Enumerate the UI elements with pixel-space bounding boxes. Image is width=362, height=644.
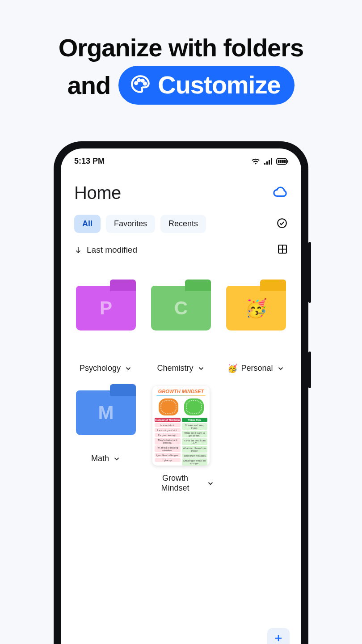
svg-rect-4 bbox=[264, 163, 265, 165]
item-label: Math bbox=[91, 454, 109, 464]
chevron-down-icon[interactable] bbox=[124, 364, 132, 373]
svg-rect-6 bbox=[269, 160, 270, 165]
status-bar: 5:13 PM bbox=[61, 148, 301, 169]
palette-icon bbox=[129, 73, 152, 96]
arrow-down-icon bbox=[74, 246, 82, 254]
svg-rect-10 bbox=[280, 160, 282, 163]
battery-icon bbox=[276, 158, 289, 165]
svg-rect-12 bbox=[284, 160, 286, 163]
svg-point-3 bbox=[144, 83, 146, 85]
cloud-sync-button[interactable] bbox=[273, 185, 288, 202]
filter-chips: All Favorites Recents bbox=[74, 215, 206, 233]
svg-point-1 bbox=[138, 79, 140, 81]
note-row: I give up. bbox=[155, 458, 181, 462]
item-label: Psychology bbox=[80, 364, 121, 373]
sort-button[interactable]: Last modified bbox=[74, 245, 137, 255]
folder-personal[interactable]: 🥳 🥳 Personal bbox=[223, 281, 290, 373]
svg-point-0 bbox=[135, 82, 137, 85]
svg-rect-5 bbox=[266, 161, 268, 165]
svg-point-2 bbox=[142, 80, 144, 82]
select-mode-button[interactable] bbox=[276, 217, 288, 231]
plus-icon bbox=[273, 633, 284, 644]
filter-all[interactable]: All bbox=[74, 215, 101, 233]
item-label-emoji: 🥳 bbox=[227, 364, 237, 373]
svg-rect-9 bbox=[278, 160, 280, 163]
svg-rect-13 bbox=[287, 160, 288, 163]
note-row: I am not good at it. bbox=[155, 428, 181, 432]
folder-thumb: P bbox=[76, 286, 136, 330]
svg-rect-7 bbox=[271, 158, 272, 165]
folder-psychology[interactable]: P Psychology bbox=[72, 281, 139, 373]
note-row: They're better at it than I'm. bbox=[155, 438, 181, 445]
folder-letter: P bbox=[76, 286, 136, 330]
item-label: Personal bbox=[241, 364, 273, 373]
sort-label: Last modified bbox=[87, 245, 137, 255]
note-growth-mindset[interactable]: GROWTH MINDSET Instead of Thinking I can… bbox=[147, 386, 215, 493]
phone-side-button bbox=[308, 352, 311, 388]
signal-icon bbox=[264, 158, 273, 165]
chevron-down-icon[interactable] bbox=[277, 364, 285, 373]
page-title: Home bbox=[74, 183, 121, 203]
cloud-icon bbox=[273, 185, 288, 200]
note-row: I'll learn and keep trying. bbox=[182, 423, 208, 430]
folder-thumb: M bbox=[76, 390, 136, 435]
note-col-header: Think This bbox=[182, 418, 208, 422]
folder-letter: M bbox=[76, 390, 136, 435]
customize-pill: Customize bbox=[118, 66, 295, 105]
items-grid: P Psychology C Chemistry 🥳 bbox=[61, 256, 301, 493]
note-row: What can I learn to get better? bbox=[182, 431, 208, 437]
chevron-down-icon[interactable] bbox=[206, 479, 215, 487]
folder-math[interactable]: M Math bbox=[72, 386, 139, 493]
note-row: I just like challenges. bbox=[155, 453, 181, 457]
filter-favorites[interactable]: Favorites bbox=[106, 215, 155, 233]
add-button[interactable] bbox=[267, 628, 290, 644]
filter-recents[interactable]: Recents bbox=[160, 215, 206, 233]
folder-letter: C bbox=[151, 286, 211, 330]
customize-label: Customize bbox=[158, 70, 280, 99]
folder-thumb: 🥳 bbox=[226, 286, 286, 330]
folder-chemistry[interactable]: C Chemistry bbox=[147, 281, 215, 373]
note-col-header: Instead of Thinking bbox=[155, 418, 181, 422]
note-row: What can I learn from them? bbox=[182, 446, 208, 453]
note-row: Challenges make me stronger. bbox=[182, 458, 208, 465]
note-row: I cannot do it. bbox=[155, 423, 181, 427]
headline-line1: Organize with folders bbox=[0, 35, 362, 61]
item-label: Growth Mindset bbox=[147, 474, 203, 493]
item-label: Chemistry bbox=[157, 364, 193, 373]
chevron-down-icon[interactable] bbox=[113, 455, 121, 463]
headline-and: and bbox=[67, 71, 111, 100]
phone-frame: 5:13 PM Home All Favorites Recents bbox=[54, 141, 308, 644]
note-row: I'm afraid of making mistakes. bbox=[155, 445, 181, 452]
brain-icon bbox=[159, 398, 178, 415]
phone-screen: 5:13 PM Home All Favorites Recents bbox=[61, 148, 301, 644]
note-row: Is this the best I can do? bbox=[182, 438, 208, 445]
folder-emoji: 🥳 bbox=[226, 286, 286, 330]
note-thumb-title: GROWTH MINDSET bbox=[155, 389, 207, 394]
svg-rect-11 bbox=[282, 160, 284, 163]
grid-icon bbox=[277, 244, 288, 254]
chevron-down-icon[interactable] bbox=[197, 364, 205, 373]
note-thumb: GROWTH MINDSET Instead of Thinking I can… bbox=[152, 386, 210, 466]
phone-side-button bbox=[308, 242, 311, 303]
check-circle-icon bbox=[276, 217, 288, 229]
status-time: 5:13 PM bbox=[74, 157, 105, 166]
note-row: I learn from mistakes. bbox=[182, 453, 208, 458]
view-toggle-button[interactable] bbox=[277, 244, 288, 256]
marketing-headline: Organize with folders and Customize bbox=[0, 0, 362, 105]
wifi-icon bbox=[251, 158, 260, 165]
note-row: It's good enough. bbox=[155, 433, 181, 437]
folder-thumb: C bbox=[151, 286, 211, 330]
brain-icon bbox=[184, 398, 204, 415]
svg-point-14 bbox=[278, 219, 286, 228]
